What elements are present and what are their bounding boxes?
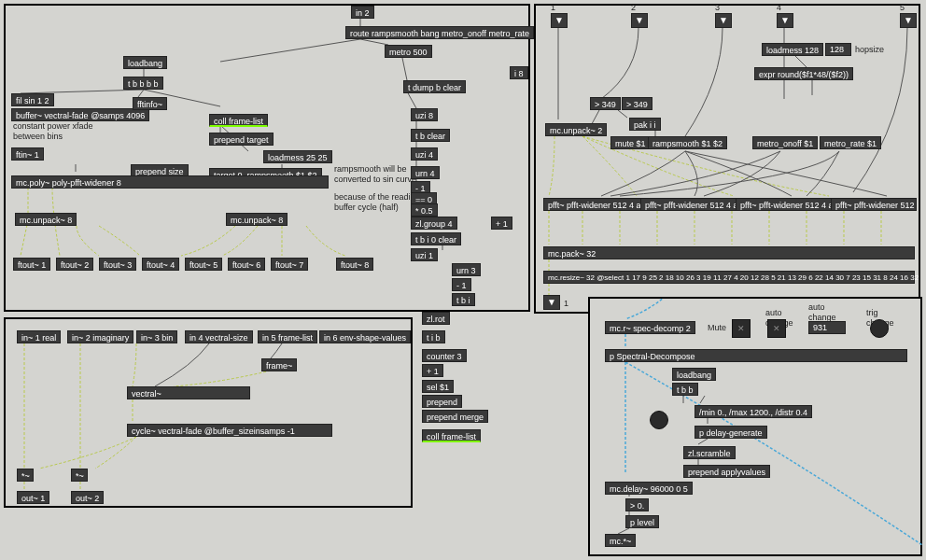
obj-ftout5[interactable]: ftout~ 5	[185, 258, 222, 271]
obj-prepend-target[interactable]: prepend target	[209, 133, 274, 146]
obj-out1[interactable]: out~ 1	[17, 491, 49, 504]
obj-expr[interactable]: expr round($f1*48/($f2))	[754, 67, 853, 80]
inlet-4[interactable]	[777, 13, 793, 28]
obj-rampsmooth[interactable]: rampsmooth $1 $2	[648, 136, 727, 149]
obj-tbi[interactable]: t b i	[452, 293, 475, 306]
inlet-2-num: 2	[631, 3, 636, 13]
obj-mcunpack8b[interactable]: mc.unpack~ 8	[226, 213, 288, 226]
comment-xfade: constant power xfade between bins	[13, 121, 125, 142]
obj-loadmess25[interactable]: loadmess 25 25	[263, 150, 332, 163]
obj-mul2[interactable]: *~	[71, 469, 88, 482]
obj-lmin[interactable]: /min 0., /max 1200., /distr 0.4	[694, 405, 812, 418]
obj-loadmess128[interactable]: loadmess 128	[762, 43, 823, 56]
obj-tbi0clear[interactable]: t b i 0 clear	[411, 232, 461, 245]
obj-loadbang[interactable]: loadbang	[123, 56, 167, 69]
obj-mcunpack2[interactable]: mc.unpack~ 2	[545, 123, 607, 136]
obj-paki[interactable]: pak i i	[629, 118, 661, 131]
obj-out2[interactable]: out~ 2	[71, 491, 104, 504]
toggle-autochange[interactable]: ✕	[767, 319, 786, 338]
obj-tdump[interactable]: t dump b clear	[403, 80, 466, 93]
obj-mcmul[interactable]: mc.*~	[605, 534, 636, 547]
obj-plus1[interactable]: + 1	[491, 217, 512, 230]
obj-ftout2[interactable]: ftout~ 2	[56, 258, 93, 271]
inlet-3[interactable]	[715, 13, 732, 28]
obj-plevel[interactable]: p level	[625, 515, 659, 528]
obj-mcresize[interactable]: mc.resize~ 32 @select 1 17 9 25 2 18 10 …	[543, 271, 915, 284]
obj-in3[interactable]: in~ 3 bin	[136, 330, 177, 343]
obj-minus1b[interactable]: - 1	[452, 278, 471, 291]
obj-fftinfo[interactable]: fftinfo~	[133, 97, 167, 110]
comment-hopsize: hopsize	[855, 45, 884, 55]
obj-mul1[interactable]: *~	[17, 469, 34, 482]
obj-gt349b[interactable]: > 349	[622, 97, 652, 110]
obj-coll[interactable]: coll frame-list	[209, 114, 268, 127]
btn-bang[interactable]	[650, 411, 668, 429]
inlet-1[interactable]	[551, 13, 568, 28]
obj-vectral[interactable]: vectral~	[127, 386, 250, 399]
obj-uzi4[interactable]: uzi 4	[411, 147, 438, 161]
obj-prepend[interactable]: prepend	[422, 395, 462, 408]
obj-mcr[interactable]: mc.r~ spec-decomp 2	[605, 321, 695, 334]
obj-zlgroup4[interactable]: zl.group 4	[411, 217, 457, 230]
obj-in1[interactable]: in~ 1 real	[17, 330, 61, 343]
obj-tbbbb[interactable]: t b b b b	[123, 77, 163, 90]
obj-ftin[interactable]: ftin~ 1	[11, 147, 44, 161]
obj-uzi8[interactable]: uzi 8	[411, 108, 438, 121]
obj-tbclear[interactable]: t b clear	[411, 129, 450, 142]
obj-mul05[interactable]: * 0.5	[411, 203, 438, 217]
obj-gt0[interactable]: > 0.	[625, 498, 649, 511]
obj-loadbang2[interactable]: loadbang	[672, 368, 716, 381]
obj-in2-imag[interactable]: in~ 2 imaginary	[67, 330, 133, 343]
obj-ftout6[interactable]: ftout~ 6	[228, 258, 265, 271]
btn-trig[interactable]	[870, 319, 889, 338]
obj-mcpack32[interactable]: mc.pack~ 32	[543, 246, 915, 259]
obj-metro[interactable]: metro 500	[385, 45, 432, 58]
obj-zlscramble[interactable]: zl.scramble	[683, 446, 736, 459]
obj-pdelay[interactable]: p delay-generate	[694, 426, 767, 439]
inlet-2[interactable]	[631, 13, 648, 28]
obj-frame[interactable]: frame~	[261, 358, 297, 371]
obj-fil-sin[interactable]: fil sin 1 2	[11, 93, 54, 106]
obj-mute[interactable]: mute $1	[610, 136, 651, 149]
obj-urn4[interactable]: urn 4	[411, 166, 440, 179]
obj-sel[interactable]: sel $1	[422, 380, 454, 393]
num-128[interactable]: 128	[825, 43, 851, 56]
obj-in2[interactable]: in 2	[351, 6, 374, 19]
obj-cycle[interactable]: cycle~ vectral-fade @buffer_sizeinsamps …	[127, 424, 332, 437]
obj-prepend-merge[interactable]: prepend merge	[422, 410, 488, 423]
obj-plus1c[interactable]: + 1	[422, 364, 443, 377]
obj-ftout7[interactable]: ftout~ 7	[271, 258, 308, 271]
obj-ftout3[interactable]: ftout~ 3	[99, 258, 136, 271]
obj-gt349a[interactable]: > 349	[590, 97, 621, 110]
obj-in4[interactable]: in 4 vectral-size	[185, 330, 253, 343]
obj-ftout1[interactable]: ftout~ 1	[13, 258, 50, 271]
obj-pfft4[interactable]: pfft~ pfft-widener 512 4 args 8	[831, 198, 917, 211]
obj-prepend-apply[interactable]: prepend applyvalues	[683, 465, 770, 478]
obj-counter3[interactable]: counter 3	[422, 349, 467, 362]
patcher-main: in 2 route rampsmooth bang metro_onoff m…	[4, 4, 530, 312]
obj-i8[interactable]: i 8	[510, 66, 528, 79]
obj-in6[interactable]: in 6 env-shape-values	[319, 330, 411, 343]
toggle-mute[interactable]: ✕	[732, 319, 751, 338]
obj-uzi1[interactable]: uzi 1	[411, 248, 438, 261]
inlet-5[interactable]	[900, 13, 917, 28]
obj-coll2[interactable]: coll frame-list	[422, 429, 481, 442]
obj-urn3[interactable]: urn 3	[452, 263, 481, 276]
obj-mcpoly[interactable]: mc.poly~ poly-pfft-widener 8	[11, 175, 329, 189]
outlet-1[interactable]	[543, 295, 560, 310]
obj-pspectral[interactable]: p Spectral-Decompose	[605, 349, 907, 362]
obj-tbb[interactable]: t b b	[672, 383, 698, 396]
obj-mcunpack8a[interactable]: mc.unpack~ 8	[15, 213, 77, 226]
obj-metro-rate[interactable]: metro_rate $1	[820, 136, 881, 149]
obj-buffer[interactable]: buffer~ vectral-fade @samps 4096	[11, 108, 149, 121]
obj-in5[interactable]: in 5 frame-list	[258, 330, 317, 343]
obj-ftout4[interactable]: ftout~ 4	[142, 258, 179, 271]
obj-metro-onoff[interactable]: metro_onoff $1	[752, 136, 818, 149]
obj-mcdelay[interactable]: mc.delay~ 96000 0 5	[605, 482, 693, 495]
patcher-pfft: 1 2 3 4 5 loadmess 128 128 hopsize expr …	[534, 4, 920, 314]
obj-tib[interactable]: t i b	[422, 330, 445, 343]
num-931[interactable]: 931	[808, 321, 846, 334]
obj-ftout8[interactable]: ftout~ 8	[336, 258, 373, 271]
obj-route[interactable]: route rampsmooth bang metro_onoff metro_…	[345, 26, 534, 39]
obj-zlrot[interactable]: zl.rot	[422, 312, 450, 325]
